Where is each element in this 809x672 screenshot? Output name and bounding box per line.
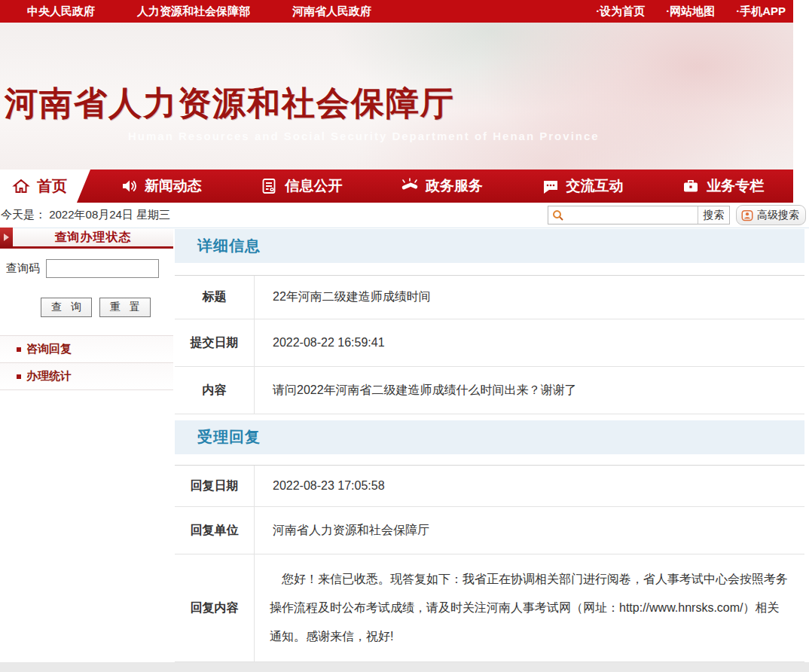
reply-section-header: 受理回复 [175, 420, 804, 454]
site-subtitle-english: Human Resources and Social Security Depa… [128, 130, 600, 142]
detail-section-title: 详细信息 [197, 236, 261, 256]
nav-item-info-disclosure[interactable]: 信息公开 [231, 170, 372, 203]
row-label: 内容 [175, 367, 255, 414]
square-bullet-icon [17, 374, 21, 379]
nav-item-label: 业务专栏 [707, 176, 764, 196]
nav-item-label: 政务服务 [426, 176, 483, 196]
square-bullet-icon [17, 347, 21, 352]
query-code-row: 查询码 [6, 259, 173, 278]
nav-item-news[interactable]: 新闻动态 [90, 170, 231, 203]
row-value: 请问2022年河南省二级建造师成绩什么时间出来？谢谢了 [255, 367, 804, 414]
nav-items: 新闻动态 信息公开 政务服务 [90, 170, 793, 203]
sidebar-item-processing-statistics[interactable]: 办理统计 [0, 362, 173, 390]
site-banner: 河南省人力资源和社会保障厅 Human Resources and Social… [0, 23, 793, 170]
reply-table: 回复日期 2022-08-23 17:05:58 回复单位 河南省人力资源和社会… [175, 465, 804, 662]
detail-section-header: 详细信息 [175, 229, 804, 263]
row-value: 2022-08-22 16:59:41 [255, 319, 804, 366]
detail-table: 标题 22年河南二级建造师成绩时间 提交日期 2022-08-22 16:59:… [175, 275, 804, 414]
row-value: 河南省人力资源和社会保障厅 [255, 507, 804, 554]
reply-section-title: 受理回复 [197, 427, 261, 447]
sidebar-header: 查询办理状态 [0, 228, 173, 249]
nav-item-interaction[interactable]: 交流互动 [512, 170, 653, 203]
table-row-title: 标题 22年河南二级建造师成绩时间 [175, 276, 804, 319]
main-nav: 首页 新闻动态 信息公开 [0, 170, 793, 203]
document-icon [260, 177, 278, 195]
today-date-text: 今天是： 2022年08月24日 星期三 [1, 208, 170, 222]
sidebar-item-label: 咨询回复 [26, 342, 72, 356]
link-henan-government[interactable]: 河南省人民政府 [292, 5, 371, 19]
row-label: 提交日期 [175, 319, 255, 366]
query-submit-button[interactable]: 查 询 [41, 298, 92, 317]
query-code-label: 查询码 [6, 261, 40, 276]
search-box: 搜索 [548, 206, 730, 225]
query-reset-button[interactable]: 重 置 [99, 298, 151, 317]
home-icon [12, 177, 30, 195]
footer-strip [0, 662, 809, 672]
nav-item-label: 首页 [37, 176, 67, 197]
nav-item-gov-services[interactable]: 政务服务 [371, 170, 512, 203]
briefcase-icon [682, 177, 700, 195]
nav-item-label: 新闻动态 [145, 176, 202, 196]
speaker-icon [120, 177, 138, 195]
link-mobile-app[interactable]: ·手机APP [736, 5, 786, 19]
nav-item-label: 交流互动 [566, 176, 624, 196]
link-central-government[interactable]: 中央人民政府 [27, 5, 95, 19]
table-row-submit-date: 提交日期 2022-08-22 16:59:41 [175, 319, 804, 367]
sidebar-item-consultation-replies[interactable]: 咨询回复 [0, 335, 173, 362]
top-bar-utility-links: ·设为首页 ·网站地图 ·手机APP [596, 5, 786, 19]
row-label: 标题 [175, 276, 255, 319]
sidebar: 查询办理状态 查询码 查 询 重 置 咨询回复 办理统计 [0, 228, 173, 390]
query-buttons-row: 查 询 重 置 [41, 298, 173, 317]
row-label: 回复日期 [175, 466, 255, 506]
handshake-icon [401, 177, 419, 195]
search-icon [551, 209, 565, 222]
row-label: 回复单位 [175, 507, 255, 554]
sidebar-header-title: 查询办理状态 [13, 230, 173, 246]
sidebar-header-arrow-icon [0, 228, 13, 248]
advanced-search-button[interactable]: 高级搜索 [736, 205, 806, 225]
site-title: 河南省人力资源和社会保障厅 [5, 81, 455, 126]
link-set-homepage[interactable]: ·设为首页 [596, 5, 645, 19]
nav-item-label: 信息公开 [285, 176, 342, 196]
top-bar-links: 中央人民政府 人力资源和社会保障部 河南省人民政府 [27, 5, 371, 19]
date-search-bar: 今天是： 2022年08月24日 星期三 搜索 高级搜索 [0, 203, 809, 228]
row-value: 2022-08-23 17:05:58 [255, 466, 804, 506]
link-sitemap[interactable]: ·网站地图 [666, 5, 715, 19]
query-code-input[interactable] [46, 259, 159, 278]
row-label: 回复内容 [175, 554, 255, 661]
nav-item-home[interactable]: 首页 [0, 170, 90, 203]
table-row-reply-content: 回复内容 您好！来信已收悉。现答复如下：我省正在协调相关部门进行阅卷，省人事考试… [175, 554, 804, 662]
row-value: 您好！来信已收悉。现答复如下：我省正在协调相关部门进行阅卷，省人事考试中心会按照… [255, 554, 804, 661]
chat-icon [542, 177, 560, 195]
advanced-search-icon [740, 209, 754, 222]
top-bar: 中央人民政府 人力资源和社会保障部 河南省人民政府 ·设为首页 ·网站地图 ·手… [0, 0, 793, 23]
table-row-content: 内容 请问2022年河南省二级建造师成绩什么时间出来？谢谢了 [175, 367, 804, 414]
search-area: 搜索 高级搜索 [548, 205, 806, 225]
top-sections: 中央人民政府 人力资源和社会保障部 河南省人民政府 ·设为首页 ·网站地图 ·手… [0, 0, 793, 203]
table-row-reply-date: 回复日期 2022-08-23 17:05:58 [175, 466, 804, 507]
sidebar-item-label: 办理统计 [26, 369, 72, 383]
row-value: 22年河南二级建造师成绩时间 [255, 276, 804, 319]
advanced-search-label: 高级搜索 [757, 209, 799, 222]
table-row-reply-unit: 回复单位 河南省人力资源和社会保障厅 [175, 507, 804, 554]
sidebar-links: 咨询回复 办理统计 [0, 335, 173, 390]
search-input[interactable] [567, 207, 698, 223]
link-mohrss[interactable]: 人力资源和社会保障部 [137, 5, 250, 19]
search-button[interactable]: 搜索 [698, 206, 729, 224]
nav-item-business-columns[interactable]: 业务专栏 [652, 170, 793, 203]
main-panel: 详细信息 标题 22年河南二级建造师成绩时间 提交日期 2022-08-22 1… [175, 229, 804, 662]
content: 查询办理状态 查询码 查 询 重 置 咨询回复 办理统计 [0, 228, 809, 662]
page: 中央人民政府 人力资源和社会保障部 河南省人民政府 ·设为首页 ·网站地图 ·手… [0, 0, 809, 672]
